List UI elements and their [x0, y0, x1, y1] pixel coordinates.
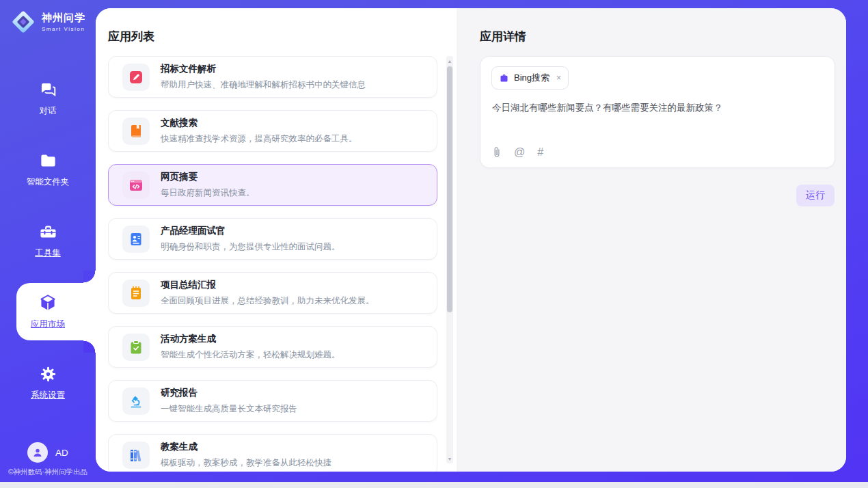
app-name: 项目总结汇报	[161, 279, 375, 291]
app-card[interactable]: 招标文件解析 帮助用户快速、准确地理解和解析招标书中的关键信息	[108, 56, 437, 98]
app-name: 招标文件解析	[161, 63, 366, 75]
app-list-title: 应用列表	[108, 29, 154, 44]
close-icon[interactable]: ×	[556, 73, 561, 83]
pen-square-icon	[122, 64, 150, 91]
app-card[interactable]: 教案生成 模板驱动，教案秒成，教学准备从此轻松快捷	[108, 434, 437, 472]
brand-name: 神州问学	[42, 12, 85, 25]
notes-icon	[122, 280, 150, 307]
user-name: AD	[55, 448, 68, 458]
sidebar-item-label: 工具集	[35, 247, 61, 259]
book-icon	[122, 118, 150, 145]
app-card[interactable]: 项目总结汇报 全面回顾项目进展，总结经验教训，助力未来优化发展。	[108, 272, 437, 314]
app-card-list: 招标文件解析 帮助用户快速、准确地理解和解析招标书中的关键信息 文献搜索 快速精…	[108, 56, 437, 472]
app-name: 产品经理面试官	[161, 225, 340, 237]
avatar	[27, 442, 48, 463]
sidebar-item-label: 应用市场	[31, 318, 65, 330]
user-avatar-icon	[31, 446, 44, 459]
app-description: 全面回顾项目进展，总结经验教训，助力未来优化发展。	[161, 295, 375, 307]
tool-chip-bing-search[interactable]: Bing搜索 ×	[491, 66, 569, 90]
app-card-selected[interactable]: 网页摘要 每日政府新闻资讯快查。	[108, 164, 437, 206]
sidebar-item-settings[interactable]: 系统设置	[0, 347, 96, 418]
app-frame: 神州问学 Smart Vision 对话 智能文件夹 工具集	[0, 0, 868, 482]
diamond-logo-icon	[10, 9, 36, 35]
app-name: 网页摘要	[161, 171, 255, 183]
app-detail-panel: 应用详情 Bing搜索 × 今日湖北有哪些新闻要点？有哪些需要关注的最新政策？ …	[457, 8, 846, 472]
app-description: 快速精准查找学术资源，提高研究效率的必备工具。	[161, 133, 357, 145]
app-description: 智能生成个性化活动方案，轻松解决规划难题。	[161, 349, 340, 361]
app-card[interactable]: 研究报告 一键智能生成高质量长文本研究报告	[108, 380, 437, 422]
brand-tagline: Smart Vision	[42, 26, 85, 32]
books-icon	[122, 442, 150, 469]
sidebar-item-label: 对话	[40, 105, 57, 117]
arrow-down-icon[interactable]: ▼	[446, 455, 453, 463]
app-name: 研究报告	[161, 387, 297, 399]
app-name: 活动方案生成	[161, 333, 340, 345]
copyright-text: ©神州数码·神州问学出品	[0, 467, 96, 477]
app-description: 帮助用户快速、准确地理解和解析招标书中的关键信息	[161, 79, 366, 91]
gear-icon	[39, 365, 57, 383]
app-description: 明确身份和职责，为您提供专业性的面试问题。	[161, 241, 340, 253]
user-account[interactable]: AD	[0, 442, 96, 463]
app-description: 模板驱动，教案秒成，教学准备从此轻松快捷	[161, 457, 331, 469]
app-list-panel: 应用列表 招标文件解析 帮助用户快速、准确地理解和解析招标书中的关键信息 文献搜…	[96, 8, 457, 472]
composer-toolbar: @ #	[492, 146, 543, 159]
scrollbar-thumb[interactable]	[447, 66, 452, 312]
toolbox-icon	[39, 223, 57, 241]
app-card[interactable]: 产品经理面试官 明确身份和职责，为您提供专业性的面试问题。	[108, 218, 437, 260]
app-detail-title: 应用详情	[480, 29, 526, 44]
briefcase-icon	[499, 73, 509, 83]
app-description: 每日政府新闻资讯快查。	[161, 187, 255, 199]
brand: 神州问学 Smart Vision	[10, 9, 85, 35]
tool-chip-label: Bing搜索	[514, 72, 550, 84]
prompt-composer[interactable]: Bing搜索 × 今日湖北有哪些新闻要点？有哪些需要关注的最新政策？ @ #	[480, 56, 835, 168]
sidebar-item-toolset[interactable]: 工具集	[0, 205, 96, 276]
arrow-up-icon[interactable]: ▲	[446, 57, 453, 65]
app-card[interactable]: 活动方案生成 智能生成个性化活动方案，轻松解决规划难题。	[108, 326, 437, 368]
sidebar-item-app-market[interactable]: 应用市场	[0, 276, 96, 347]
app-card[interactable]: 文献搜索 快速精准查找学术资源，提高研究效率的必备工具。	[108, 110, 437, 152]
sidebar-nav: 对话 智能文件夹 工具集 应用市场 系统设置	[0, 63, 96, 418]
query-text: 今日湖北有哪些新闻要点？有哪些需要关注的最新政策？	[492, 102, 823, 114]
sidebar-item-chat[interactable]: 对话	[0, 63, 96, 134]
sidebar-item-label: 系统设置	[31, 390, 65, 401]
cube-icon	[38, 293, 57, 312]
clipboard-check-icon	[122, 334, 150, 361]
content-canvas: 应用列表 招标文件解析 帮助用户快速、准确地理解和解析招标书中的关键信息 文献搜…	[96, 8, 846, 472]
hash-icon[interactable]: #	[537, 147, 543, 158]
sidebar: 神州问学 Smart Vision 对话 智能文件夹 工具集	[0, 0, 96, 482]
resume-icon	[122, 226, 150, 253]
app-description: 一键智能生成高质量长文本研究报告	[161, 403, 297, 415]
microscope-icon	[122, 388, 150, 415]
app-name: 文献搜索	[161, 117, 357, 129]
run-button[interactable]: 运行	[796, 185, 835, 206]
paperclip-icon[interactable]	[492, 146, 502, 159]
app-name: 教案生成	[161, 441, 331, 453]
list-scrollbar[interactable]: ▲ ▼	[446, 56, 453, 463]
browser-code-icon	[122, 172, 150, 199]
sidebar-item-label: 智能文件夹	[27, 176, 70, 188]
at-icon[interactable]: @	[514, 147, 525, 158]
sidebar-item-smart-folder[interactable]: 智能文件夹	[0, 134, 96, 205]
folder-icon	[39, 152, 57, 170]
chat-icon	[39, 81, 57, 99]
